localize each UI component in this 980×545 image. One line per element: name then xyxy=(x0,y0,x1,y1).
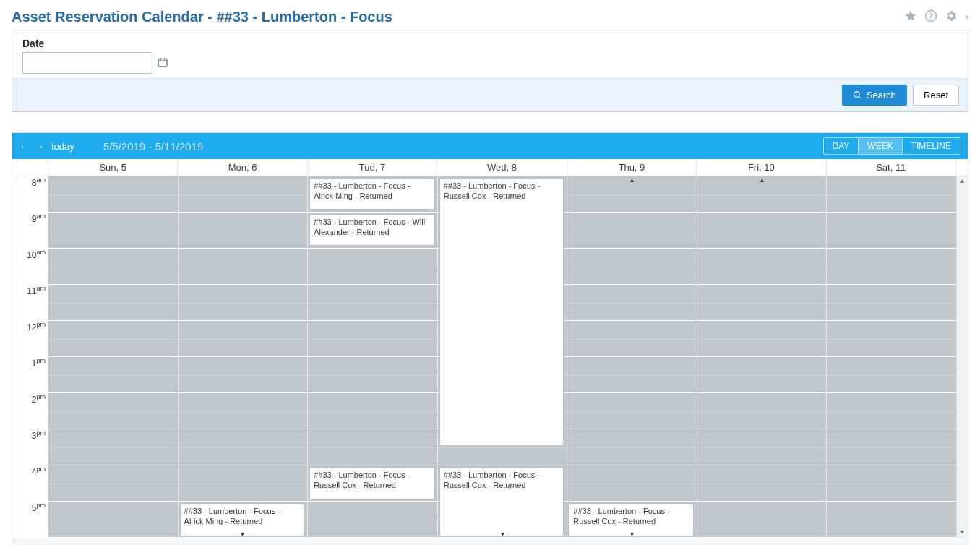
event[interactable]: ##33 - Lumberton - Focus - Alrick Ming -… xyxy=(309,178,434,210)
view-week[interactable]: WEEK xyxy=(858,138,901,154)
scroll-up-icon[interactable]: ▴ xyxy=(957,176,968,186)
scrollbar[interactable]: ▴ ▾ xyxy=(956,176,968,538)
page-title: Asset Reservation Calendar - ##33 - Lumb… xyxy=(12,9,392,25)
reset-button[interactable]: Reset xyxy=(913,85,959,106)
day-header[interactable]: Wed, 8 xyxy=(437,159,567,176)
chevron-up-icon[interactable]: ▴ xyxy=(630,176,634,184)
day-header[interactable]: Sat, 11 xyxy=(827,159,956,176)
day-col-sun[interactable] xyxy=(48,176,179,538)
event[interactable]: ##33 - Lumberton - Focus - Russell Cox -… xyxy=(439,467,564,536)
event[interactable]: ##33 - Lumberton - Focus - Russell Cox -… xyxy=(309,467,434,500)
day-col-sat[interactable] xyxy=(827,176,956,538)
date-filter-label: Date xyxy=(22,38,958,49)
next-arrow-icon[interactable]: → xyxy=(35,141,44,152)
search-button-label: Search xyxy=(867,90,896,100)
date-input[interactable] xyxy=(22,52,152,74)
day-header[interactable]: Thu, 9 xyxy=(567,159,697,176)
day-header[interactable]: Tue, 7 xyxy=(308,159,437,176)
svg-text:?: ? xyxy=(929,12,933,20)
favorite-icon[interactable] xyxy=(904,9,917,25)
view-timeline[interactable]: TIMELINE xyxy=(902,138,960,154)
header-icons: ? ▾ xyxy=(904,9,968,25)
filter-panel: Date Search Reset xyxy=(12,30,968,112)
day-header[interactable]: Mon, 6 xyxy=(178,159,307,176)
day-col-tue[interactable]: ##33 - Lumberton - Focus - Alrick Ming -… xyxy=(308,176,438,538)
svg-rect-2 xyxy=(158,59,167,66)
chevron-down-icon[interactable]: ▾ xyxy=(567,530,697,538)
chevron-up-icon[interactable]: ▴ xyxy=(760,176,764,184)
svg-point-6 xyxy=(854,92,859,98)
calendar-icon[interactable] xyxy=(157,56,168,70)
reset-button-label: Reset xyxy=(924,90,948,100)
chevron-down-icon[interactable]: ▾ xyxy=(179,530,308,538)
event[interactable]: ##33 - Lumberton - Focus - Will Alexande… xyxy=(309,214,434,246)
date-range: 5/5/2019 - 5/11/2019 xyxy=(103,140,203,153)
day-col-wed[interactable]: ##33 - Lumberton - Focus - Russell Cox -… xyxy=(438,176,568,538)
day-header[interactable]: Fri, 10 xyxy=(697,159,826,176)
gear-icon[interactable] xyxy=(945,9,958,25)
chevron-down-icon[interactable]: ▾ xyxy=(438,530,567,538)
help-icon[interactable]: ? xyxy=(924,9,937,25)
view-day[interactable]: DAY xyxy=(824,138,859,154)
calendar: ← → today 5/5/2019 - 5/11/2019 DAY WEEK … xyxy=(12,132,968,545)
prev-arrow-icon[interactable]: ← xyxy=(20,141,29,152)
day-header[interactable]: Sun, 5 xyxy=(48,159,178,176)
caret-down-icon[interactable]: ▾ xyxy=(965,13,968,21)
day-col-mon[interactable]: ##33 - Lumberton - Focus - Alrick Ming -… xyxy=(179,176,309,538)
day-header-row: Sun, 5 Mon, 6 Tue, 7 Wed, 8 Thu, 9 Fri, … xyxy=(12,159,968,176)
time-gutter: 8am 9am 10am 11am 12pm 1pm 2pm 3pm 4pm 5… xyxy=(12,176,48,538)
calendar-toolbar: ← → today 5/5/2019 - 5/11/2019 DAY WEEK … xyxy=(12,133,968,159)
svg-line-7 xyxy=(859,96,861,98)
day-col-fri[interactable]: ▴ xyxy=(697,176,828,538)
calendar-footer-bar xyxy=(12,538,968,545)
scroll-down-icon[interactable]: ▾ xyxy=(957,528,968,538)
page-header: Asset Reservation Calendar - ##33 - Lumb… xyxy=(12,9,968,25)
today-button[interactable]: today xyxy=(51,141,74,152)
event[interactable]: ##33 - Lumberton - Focus - Russell Cox -… xyxy=(439,178,564,445)
view-switch: DAY WEEK TIMELINE xyxy=(823,137,960,155)
search-button[interactable]: Search xyxy=(842,85,907,106)
day-col-thu[interactable]: ▴ ##33 - Lumberton - Focus - Russell Cox… xyxy=(567,176,697,538)
